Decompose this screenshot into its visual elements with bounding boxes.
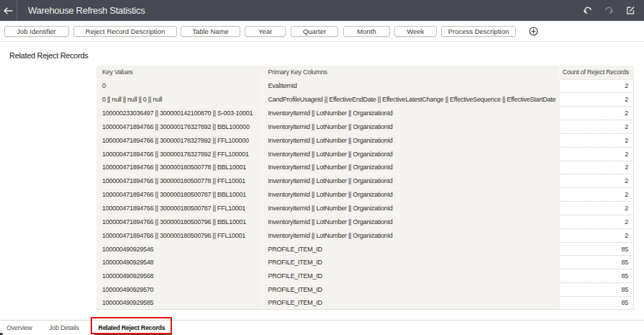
cell-count: 2 — [560, 161, 635, 174]
tab-overview[interactable]: Overview — [6, 324, 32, 331]
cell-pk: InventoryItemId || LotNumber || Organiza… — [263, 106, 560, 120]
cell-count: 85 — [560, 282, 635, 296]
cell-key: 0 || null || null || 0 || null — [96, 92, 263, 106]
table-row[interactable]: 100000471894766 || 300000178327892 || BB… — [96, 120, 634, 133]
table-row[interactable]: 100000471894766 || 300000180500796 || BB… — [96, 215, 634, 228]
cell-pk: CandProfileUsageId || EffectiveEndDate |… — [263, 92, 560, 106]
table-row[interactable]: 100000471894766 || 300000180500787 || FF… — [96, 201, 634, 215]
cell-count: 85 — [560, 269, 635, 282]
cell-count: 2 — [560, 201, 635, 215]
cell-pk: PROFILE_ITEM_ID — [263, 282, 560, 296]
cell-key: 100000471894766 || 300000180500796 || BB… — [96, 215, 263, 228]
cell-key: 100000471894766 || 300000180500778 || FF… — [96, 174, 263, 187]
column-header-primary-key-columns[interactable]: Primary Key Columns — [263, 66, 560, 79]
cell-key: 100000490929570 — [96, 282, 263, 296]
filter-chip[interactable]: Job Identifier — [4, 26, 69, 37]
cell-count: 2 — [560, 133, 635, 147]
cell-pk: PROFILE_ITEM_ID — [263, 269, 560, 282]
table-header-row: Key Values Primary Key Columns Count of … — [96, 66, 634, 79]
redo-icon — [604, 6, 614, 15]
edit-button[interactable] — [626, 6, 635, 15]
cell-pk: InventoryItemId || LotNumber || Organiza… — [263, 133, 560, 147]
top-app-bar: Warehouse Refresh Statistics — [0, 0, 644, 21]
filter-chip[interactable]: Month — [343, 26, 390, 37]
table-row[interactable]: 100000490929568PROFILE_ITEM_ID85 — [96, 269, 634, 282]
table-row[interactable]: 100000471894766 || 300000178327892 || FF… — [96, 147, 634, 161]
table-row[interactable]: 100000490929546PROFILE_ITEM_ID85 — [96, 242, 634, 256]
cell-count: 2 — [560, 228, 635, 242]
tab-related-reject-records[interactable]: Related Reject Records — [99, 324, 165, 331]
table-row[interactable]: 100000471894766 || 300000178327892 || FF… — [96, 133, 634, 147]
cell-count: 85 — [560, 296, 635, 310]
cell-pk: PROFILE_ITEM_ID — [263, 296, 560, 310]
table-row[interactable]: 100000490929548PROFILE_ITEM_ID85 — [96, 255, 634, 269]
page-title: Warehouse Refresh Statistics — [28, 5, 145, 16]
cell-key: 100000490929548 — [96, 255, 263, 269]
cell-count: 2 — [560, 187, 635, 201]
cell-count: 2 — [560, 106, 635, 120]
table-row[interactable]: 100000471894766 || 300000180500778 || FF… — [96, 174, 634, 187]
cell-pk: PROFILE_ITEM_ID — [263, 255, 560, 269]
table-row[interactable]: 100000471894766 || 300000180500796 || FF… — [96, 228, 634, 242]
back-button[interactable] — [0, 0, 17, 21]
cell-pk: InventoryItemId || LotNumber || Organiza… — [263, 174, 560, 187]
filter-chip[interactable]: Process Description — [441, 26, 516, 37]
cell-pk: InventoryItemId || LotNumber || Organiza… — [263, 215, 560, 228]
table-row[interactable]: 100000490929570PROFILE_ITEM_ID85 — [96, 282, 634, 296]
table-row[interactable]: 100000233036497 || 300000142100870 || S-… — [96, 106, 634, 120]
bottom-tab-bar: Overview Job Details Related Reject Reco… — [0, 320, 644, 335]
cell-key: 100000490929568 — [96, 269, 263, 282]
cell-count: 2 — [560, 120, 635, 133]
table-row[interactable]: 0EvalItemId2 — [96, 79, 634, 93]
cell-pk: InventoryItemId || LotNumber || Organiza… — [263, 120, 560, 133]
table-row[interactable]: 100000471894766 || 300000180500787 || BB… — [96, 187, 634, 201]
cell-count: 85 — [560, 255, 635, 269]
edit-icon — [626, 6, 635, 15]
undo-button[interactable] — [583, 6, 592, 15]
add-filter-button[interactable] — [528, 26, 539, 37]
table-row[interactable]: 0 || null || null || 0 || nullCandProfil… — [96, 92, 634, 106]
cell-count: 2 — [560, 215, 635, 228]
reject-records-table: Key Values Primary Key Columns Count of … — [96, 66, 634, 310]
cell-key: 100000471894766 || 300000178327892 || BB… — [96, 120, 263, 133]
cell-count: 2 — [560, 174, 635, 187]
filter-chip[interactable]: Week — [394, 26, 437, 37]
cell-count: 85 — [560, 242, 635, 256]
cell-count: 2 — [560, 79, 635, 93]
table-body: 0EvalItemId20 || null || null || 0 || nu… — [96, 79, 634, 310]
column-header-key-values[interactable]: Key Values — [96, 66, 263, 79]
cell-pk: InventoryItemId || LotNumber || Organiza… — [263, 147, 560, 161]
filter-chip[interactable]: Reject Record Description — [73, 26, 177, 37]
cell-key: 0 — [96, 79, 263, 93]
add-filter-icon — [529, 27, 538, 36]
cell-count: 2 — [560, 147, 635, 161]
column-header-count[interactable]: Count of Reject Records — [560, 66, 635, 79]
cell-key: 100000471894766 || 300000180500787 || FF… — [96, 201, 263, 215]
cell-key: 100000471894766 || 300000178327892 || FF… — [96, 133, 263, 147]
cell-pk: PROFILE_ITEM_ID — [263, 242, 560, 256]
cell-key: 100000490929546 — [96, 242, 263, 256]
cell-pk: EvalItemId — [263, 79, 560, 93]
filter-chip[interactable]: Table Name — [181, 26, 240, 37]
tab-job-details[interactable]: Job Details — [49, 324, 79, 331]
cell-key: 100000471894766 || 300000180500796 || FF… — [96, 228, 263, 242]
cell-key: 100000471894766 || 300000180500787 || BB… — [96, 187, 263, 201]
table-row[interactable]: 100000490929585PROFILE_ITEM_ID85 — [96, 296, 634, 310]
section-title: Related Reject Records — [9, 51, 89, 60]
topbar-actions — [583, 0, 635, 21]
cell-pk: InventoryItemId || LotNumber || Organiza… — [263, 161, 560, 174]
filter-chip[interactable]: Quarter — [291, 26, 338, 37]
undo-icon — [583, 6, 592, 15]
cell-key: 100000490929585 — [96, 296, 263, 310]
filter-bar: Job IdentifierReject Record DescriptionT… — [0, 21, 644, 42]
cell-pk: InventoryItemId || LotNumber || Organiza… — [263, 187, 560, 201]
cell-key: 100000471894766 || 300000178327892 || FF… — [96, 147, 263, 161]
table-row[interactable]: 100000471894766 || 300000180500778 || BB… — [96, 161, 634, 174]
cell-pk: InventoryItemId || LotNumber || Organiza… — [263, 228, 560, 242]
cell-key: 100000233036497 || 300000142100870 || S-… — [96, 106, 263, 120]
cell-pk: InventoryItemId || LotNumber || Organiza… — [263, 201, 560, 215]
back-icon — [4, 7, 13, 14]
cell-count: 2 — [560, 92, 635, 106]
redo-button[interactable] — [604, 6, 614, 15]
filter-chip[interactable]: Year — [245, 26, 286, 37]
